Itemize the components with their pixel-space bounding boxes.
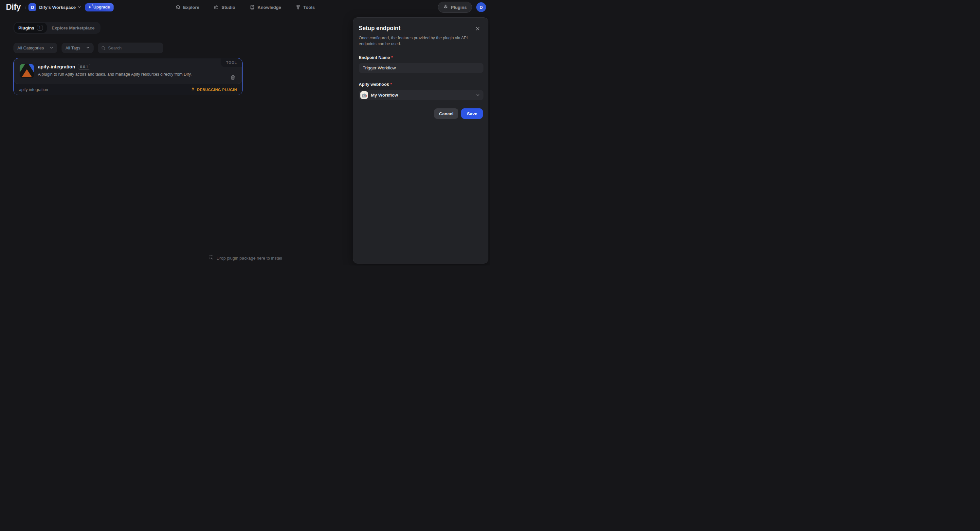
panel-description: Once configured, the features provided b…	[359, 35, 469, 47]
apify-webhook-label: Apify webhook *	[359, 82, 483, 87]
main-nav: Explore Studio Knowledge	[175, 0, 315, 14]
workspace-name: Dify's Workspace	[39, 5, 76, 10]
panel-actions: Cancel Save	[359, 108, 483, 119]
plugin-description: A plugin to run Apify actors and tasks, …	[38, 72, 236, 76]
upgrade-label: Upgrade	[93, 5, 110, 10]
search-icon	[101, 46, 106, 51]
top-header: Dify / D Dify's Workspace ✦+ Upgrade Exp…	[0, 0, 490, 14]
endpoint-name-label: Endpoint Name *	[359, 55, 483, 60]
bug-icon	[191, 87, 195, 92]
user-avatar[interactable]: D	[476, 2, 486, 12]
save-button[interactable]: Save	[461, 108, 483, 119]
chevron-down-icon	[50, 46, 53, 51]
dify-logo: Dify	[4, 2, 22, 13]
plugins-nav-label: Plugins	[451, 5, 467, 10]
debugging-plugin-label: DEBUGGING PLUGIN	[197, 88, 237, 92]
tags-label: All Tags	[65, 46, 80, 51]
nav-label: Studio	[221, 5, 235, 10]
breadcrumb-separator: /	[25, 5, 26, 10]
dify-plugins-page: Dify / D Dify's Workspace ✦+ Upgrade Exp…	[0, 0, 490, 266]
nav-label: Knowledge	[258, 5, 281, 10]
field-label-text: Endpoint Name	[359, 55, 390, 60]
plugin-card-main: apify-integration 0.0.1 A plugin to run …	[38, 64, 236, 78]
nav-item-explore[interactable]: Explore	[175, 5, 199, 10]
tags-dropdown[interactable]: All Tags	[62, 43, 94, 53]
workspace-selector[interactable]: D Dify's Workspace	[29, 3, 81, 11]
nav-item-studio[interactable]: Studio	[214, 5, 235, 10]
plugin-card-apify-integration[interactable]: TOOL apify-integration	[13, 58, 243, 95]
chevron-down-icon	[476, 92, 480, 98]
drop-hint-label: Drop plugin package here to install	[216, 256, 282, 261]
cancel-button[interactable]: Cancel	[434, 108, 458, 119]
tab-bar: Plugins 1 Explore Marketplace	[13, 22, 100, 34]
nav-label: Tools	[304, 5, 315, 10]
categories-dropdown[interactable]: All Categories	[13, 43, 57, 53]
endpoint-name-input[interactable]	[359, 63, 484, 73]
header-right: Plugins D	[438, 2, 486, 13]
close-panel-button[interactable]	[475, 25, 481, 33]
chevron-down-icon	[86, 46, 90, 51]
workflow-emoji-icon: 🤖	[360, 91, 368, 99]
search-input[interactable]	[108, 46, 157, 51]
drop-target-icon	[208, 255, 213, 261]
nav-item-knowledge[interactable]: Knowledge	[250, 5, 281, 10]
panel-title: Setup endpoint	[359, 25, 400, 32]
plugin-type-badge: TOOL	[221, 59, 242, 67]
tab-explore-marketplace[interactable]: Explore Marketplace	[47, 24, 100, 32]
plugins-count-badge: 1	[37, 25, 43, 31]
drop-hint: Drop plugin package here to install	[208, 255, 282, 261]
robot-icon	[214, 5, 219, 10]
workspace-avatar: D	[29, 3, 37, 11]
plugin-card-footer: apify-integration DEBUGGING PLUGIN	[14, 84, 242, 95]
cube-icon	[443, 4, 448, 10]
chevron-down-icon	[78, 4, 81, 10]
required-marker: *	[390, 82, 392, 87]
plugin-card-body: TOOL apify-integration	[14, 59, 242, 84]
categories-label: All Categories	[18, 46, 44, 51]
trash-icon	[230, 76, 235, 81]
delete-plugin-button[interactable]	[229, 74, 236, 82]
plugin-version-badge: 0.0.1	[78, 64, 90, 70]
nav-item-tools[interactable]: Tools	[296, 5, 315, 10]
webhook-selected-value: My Workflow	[371, 93, 473, 97]
plugin-name: apify-integration	[38, 64, 75, 69]
tab-plugins-label: Plugins	[18, 25, 34, 30]
hammer-icon	[296, 5, 301, 10]
tab-plugins[interactable]: Plugins 1	[14, 23, 47, 33]
plugin-package-name: apify-integration	[19, 87, 48, 92]
debugging-plugin-flag: DEBUGGING PLUGIN	[191, 87, 237, 92]
apify-logo	[20, 64, 34, 78]
required-marker: *	[391, 55, 393, 60]
upgrade-button[interactable]: ✦+ Upgrade	[85, 3, 114, 11]
setup-endpoint-panel: Setup endpoint Once configured, the feat…	[353, 17, 488, 264]
nav-label: Explore	[183, 5, 199, 10]
book-icon	[250, 5, 255, 10]
field-label-text: Apify webhook	[359, 82, 389, 87]
apify-webhook-select[interactable]: 🤖 My Workflow	[359, 90, 484, 100]
plugins-nav-button[interactable]: Plugins	[438, 2, 472, 13]
sparkle-icon: ✦+	[88, 5, 91, 9]
search-box	[98, 43, 163, 53]
planet-icon	[175, 5, 180, 10]
close-icon	[475, 27, 480, 32]
